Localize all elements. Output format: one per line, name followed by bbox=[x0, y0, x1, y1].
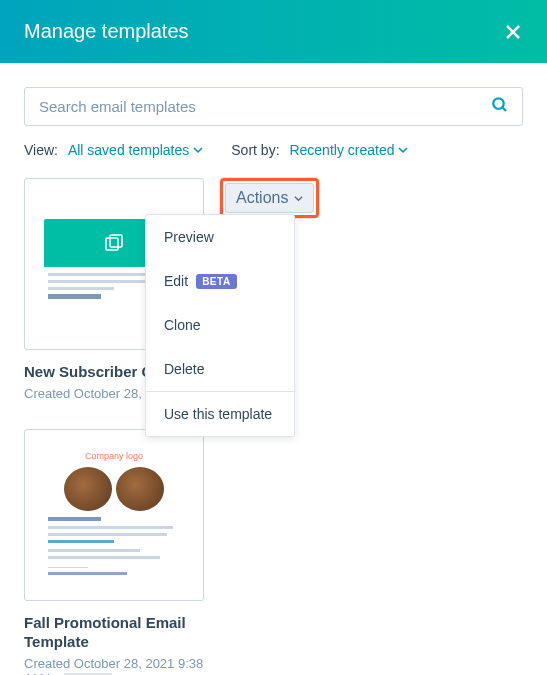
menu-clone[interactable]: Clone bbox=[146, 303, 294, 347]
template-title: Fall Promotional Email Template bbox=[24, 613, 204, 652]
sort-filter: Sort by: Recently created bbox=[231, 142, 408, 158]
sort-selected: Recently created bbox=[289, 142, 394, 158]
search-input[interactable] bbox=[24, 87, 523, 126]
template-icon bbox=[102, 231, 126, 255]
modal-title: Manage templates bbox=[24, 20, 189, 43]
svg-point-2 bbox=[493, 98, 504, 109]
view-dropdown[interactable]: All saved templates bbox=[68, 142, 203, 158]
view-selected: All saved templates bbox=[68, 142, 189, 158]
search-icon[interactable] bbox=[491, 96, 509, 118]
actions-menu: Preview Edit BETA Clone Delete Use this … bbox=[145, 214, 295, 437]
template-card[interactable]: Company logo Fall Promotion bbox=[24, 429, 204, 676]
menu-preview[interactable]: Preview bbox=[146, 215, 294, 259]
chevron-down-icon bbox=[294, 194, 303, 203]
menu-edit[interactable]: Edit BETA bbox=[146, 259, 294, 303]
company-logo-text: Company logo bbox=[44, 451, 184, 461]
sort-dropdown[interactable]: Recently created bbox=[289, 142, 408, 158]
filter-controls: View: All saved templates Sort by: Recen… bbox=[24, 142, 523, 158]
svg-rect-4 bbox=[106, 238, 118, 250]
svg-line-3 bbox=[502, 107, 506, 111]
template-meta: Created October 28, 2021 9:38 AM by bbox=[24, 656, 204, 676]
menu-delete[interactable]: Delete bbox=[146, 347, 294, 391]
actions-highlight: Actions bbox=[220, 178, 319, 218]
sort-label: Sort by: bbox=[231, 142, 279, 158]
modal-header: Manage templates bbox=[0, 0, 547, 63]
menu-use-template[interactable]: Use this template bbox=[146, 392, 294, 436]
templates-row: New Subscriber Co Created October 28, 2 … bbox=[24, 178, 523, 401]
template-thumbnail: Company logo bbox=[24, 429, 204, 601]
beta-badge: BETA bbox=[196, 274, 236, 289]
search-container bbox=[24, 87, 523, 126]
svg-rect-5 bbox=[110, 235, 122, 247]
actions-container: Actions Preview Edit BETA Clone Delete U… bbox=[220, 178, 319, 218]
close-icon bbox=[503, 22, 523, 42]
chevron-down-icon bbox=[193, 145, 203, 155]
actions-button[interactable]: Actions bbox=[225, 183, 314, 213]
thumbnail-image bbox=[44, 467, 184, 511]
actions-label: Actions bbox=[236, 189, 288, 207]
view-label: View: bbox=[24, 142, 58, 158]
chevron-down-icon bbox=[398, 145, 408, 155]
close-button[interactable] bbox=[503, 22, 523, 42]
view-filter: View: All saved templates bbox=[24, 142, 203, 158]
modal-content: View: All saved templates Sort by: Recen… bbox=[0, 63, 547, 675]
